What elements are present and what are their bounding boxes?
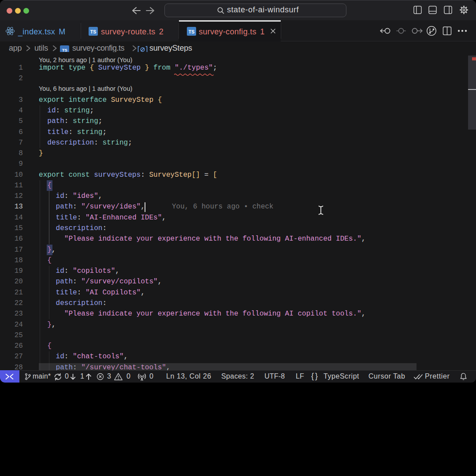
svg-text:TS: TS bbox=[189, 29, 194, 34]
svg-text:TS: TS bbox=[90, 29, 96, 34]
